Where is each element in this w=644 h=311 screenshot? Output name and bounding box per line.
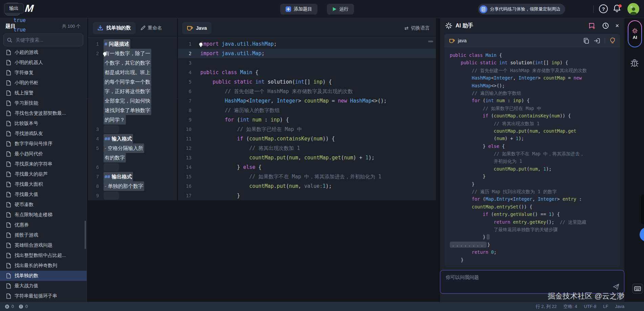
code-line[interactable]: 6 // 首先创建一个 HashMap 来存储数字及其出现的次数 [178,87,436,96]
md-line[interactable]: 3 [88,125,177,134]
sidebar-item[interactable]: 找出最长的神奇数列 [0,261,87,271]
code-line[interactable]: 8 // 遍历输入的数字数组 [178,106,436,115]
code-line[interactable]: 16 countMap.put(num, value:1); [178,181,436,191]
sidebar-item[interactable]: 英雄组合游戏问题 [0,240,87,250]
status-item[interactable]: LF [603,304,608,309]
ai-rail-toggle[interactable]: AI [628,20,642,47]
md-line[interactable]: 全部拿完，问如何快 [88,96,177,106]
code-line[interactable]: 5 public static int solution(int[] inp) … [178,77,436,87]
sidebar-item[interactable]: 小明的机器人 [0,58,87,68]
sidebar-item[interactable]: 找出整型数组中占比超... [0,250,87,261]
code-line[interactable]: 12 // 将其出现次数加 1 [178,143,436,153]
sidebar-item[interactable]: 硬币凑数 [0,200,87,210]
sidebar-item[interactable]: 寻找原来的字符串 [0,159,87,169]
sidebar-item[interactable]: 小明的书柜 [0,78,87,88]
close-ai-icon[interactable]: × [615,23,619,29]
status-item[interactable]: Java [615,304,624,309]
lightbulb-icon[interactable] [610,38,615,44]
notification-bell-icon[interactable] [613,4,622,13]
md-line[interactable]: 1# 问题描述 [88,39,177,49]
code-line[interactable]: 17 } [178,191,436,200]
code-editor[interactable]: 1import java.util.HashMap;2import java.u… [178,39,436,200]
editor-scrollbar[interactable] [428,41,433,42]
code-line[interactable]: 14 } else { [178,162,436,172]
collapsed-drawer-handle[interactable] [641,195,644,224]
send-icon[interactable] [613,284,619,290]
sidebar-item[interactable]: 最小趋同代价 [0,149,87,159]
code-line-current[interactable]: 2import java.util.Map; [178,49,436,58]
sidebar-item[interactable]: 字符串最短循环子串 [0,291,87,301]
sidebar-item[interactable]: 寻找最大面积 [0,179,87,190]
new-chat-icon[interactable] [588,22,596,29]
switch-language-button[interactable]: ⇄ 切换语言 [404,25,430,31]
help-icon[interactable]: ? [599,4,608,13]
sidebar-item[interactable]: 小超的游戏 [0,47,87,58]
status-item[interactable]: 行 2, 列 22 [536,304,557,310]
problem-title-button[interactable]: 找单独的数 [93,22,136,34]
keyboard-shortcuts-button[interactable] [632,284,643,294]
add-question-button[interactable]: 添加题目 [280,4,317,15]
sidebar-item[interactable]: 寻找最大值 [0,190,87,200]
md-line[interactable]: 有的数字 [88,153,177,162]
search-box[interactable] [3,34,83,46]
md-line[interactable]: 字，正好将这些数字 [88,87,177,96]
sidebar-item[interactable]: 寻找包含斐波那契数最... [0,108,87,118]
sidebar-scrollbar[interactable] [85,221,86,249]
history-icon[interactable] [602,22,609,29]
problem-editor[interactable]: 1# 问题描述2有一堆数字，除了一个数字，其它的数字都是成对出现。班上的每个同学… [88,39,177,200]
md-line[interactable]: 6 [88,162,177,172]
search-input[interactable] [15,37,80,43]
debug-bug-icon[interactable] [630,58,639,68]
rename-button[interactable]: 重命名 [140,25,162,31]
code-line[interactable]: 13 countMap.put(num, countMap.get(num) +… [178,153,436,162]
status-item[interactable]: UTF-8 [584,304,597,309]
copy-icon[interactable] [583,38,589,44]
code-line[interactable]: 3 [178,58,436,68]
language-tab-java[interactable]: Java [182,22,212,34]
sidebar-item[interactable]: 寻找游戏队友 [0,129,87,139]
avatar[interactable] [627,3,639,15]
close-output-icon[interactable]: × [630,4,633,10]
lightbulb-hint-icon[interactable] [102,50,107,60]
sidebar-item[interactable]: 摇骰子游戏 [0,230,87,240]
code-line[interactable]: 4public class Main { [178,68,436,77]
status-item[interactable]: 空格: 4 [563,304,577,310]
errors-icon[interactable] [5,304,9,309]
md-line[interactable]: 9 [88,191,177,200]
run-button[interactable]: 运行 [327,4,354,15]
md-line[interactable]: 2有一堆数字，除了一 [88,49,177,58]
lightbulb-hint-icon[interactable] [198,41,203,50]
code-line[interactable]: 11 if (countMap.containsKey(num)) { [178,134,436,143]
code-line[interactable]: 7 HashMap<Integer, Integer> countMap = n… [178,96,436,106]
sidebar-item[interactable]: 寻找最大的葫芦 [0,169,87,179]
sidebar-item[interactable]: 学习新技能 [0,98,87,108]
md-line[interactable]: 个数字，其它的数字 [88,58,177,68]
sidebar-item[interactable]: 最大战力值 [0,281,87,291]
promo-badge[interactable]: 分享代码练习体验，领限量定制周边 [478,4,565,15]
floating-help-button[interactable]: ‹ [640,227,644,242]
sidebar-item[interactable]: 字符修复 [0,68,87,78]
md-line[interactable]: 的每个同学拿一个数 [88,77,177,87]
sidebar-item[interactable]: 比较版本号 [0,118,87,129]
warnings-icon[interactable] [19,304,23,309]
sidebar-item-label: 寻找包含斐波那契数最... [15,110,66,116]
md-line[interactable]: 5- 空格分隔输入所 [88,143,177,153]
sidebar-item-selected[interactable]: 找单独的数 [0,271,87,281]
code-line[interactable]: 15 // 如果数字不在 Map 中，将其添加进去，并初始化为 1 [178,172,436,181]
sidebar-item[interactable]: 有点限制地走楼梯 [0,210,87,220]
sidebar-item[interactable]: 线上报警 [0,88,87,98]
sidebar-item[interactable]: 数字字母问号排序 [0,139,87,149]
sidebar-item[interactable]: 优惠券 [0,220,87,230]
md-line[interactable]: 8- 单独的那个数字 [88,181,177,191]
md-line[interactable]: 7## 输出格式 [88,172,177,181]
md-line[interactable]: 的同学？ [88,115,177,125]
code-line[interactable]: 1import java.util.HashMap; [178,39,436,49]
code-line[interactable]: 9 for (int num : inp) { [178,115,436,125]
insert-code-icon[interactable] [594,38,600,44]
ai-question-input[interactable] [445,274,605,290]
code-line[interactable]: 10 // 如果数字已经在 Map 中 [178,125,436,134]
md-line[interactable]: 4## 输入格式 [88,134,177,143]
md-line[interactable]: 都是成对出现。班上 [88,68,177,77]
ai-input-box[interactable] [440,270,624,294]
md-line[interactable]: 速找到拿了单独数字 [88,106,177,115]
